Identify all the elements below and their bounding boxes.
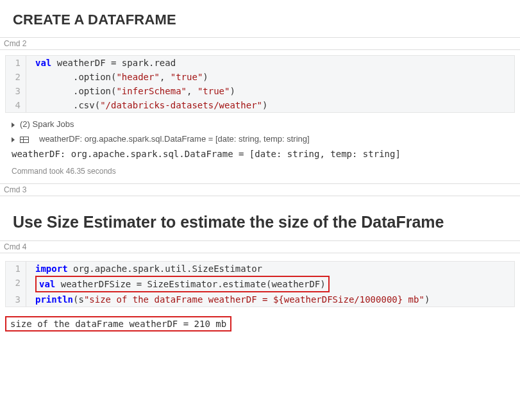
line-number: 1 (6, 262, 26, 276)
spark-jobs-label: (2) Spark Jobs (20, 119, 74, 129)
cmd-4-header: Cmd 4 (0, 240, 520, 253)
line-number: 3 (6, 292, 26, 307)
code-line[interactable]: import org.apache.spark.util.SizeEstimat… (26, 262, 514, 276)
code-line[interactable]: val weatherDFSize = SizeEstimator.estima… (26, 276, 514, 292)
line-number: 2 (6, 70, 26, 84)
code-line[interactable]: .csv("/databricks-datasets/weather") (26, 98, 514, 112)
repl-output: weatherDF: org.apache.spark.sql.DataFram… (5, 146, 515, 162)
schema-text: weatherDF: org.apache.spark.sql.DataFram… (39, 134, 310, 144)
code-row: 1import org.apache.spark.util.SizeEstima… (6, 262, 514, 276)
output-cell-4: size of the dataFrame weatherDF = 210 mb (5, 316, 515, 332)
highlighted-code: val weatherDFSize = SizeEstimator.estima… (35, 276, 330, 292)
code-row: 2 .option("header", "true") (6, 70, 514, 84)
code-line[interactable]: val weatherDF = spark.read (26, 56, 514, 70)
line-number: 1 (6, 56, 26, 70)
output-cell-2: (2) Spark Jobs weatherDF: org.apache.spa… (5, 117, 515, 183)
caret-right-icon (12, 122, 15, 128)
cmd-2-header: Cmd 2 (0, 37, 520, 50)
code-row: 3println(s"size of the dataFrame weather… (6, 292, 514, 307)
line-number: 4 (6, 98, 26, 112)
code-row: 4 .csv("/databricks-datasets/weather") (6, 98, 514, 112)
code-cell-4[interactable]: 1import org.apache.spark.util.SizeEstima… (5, 261, 515, 307)
spark-jobs-toggle[interactable]: (2) Spark Jobs (5, 117, 515, 131)
caret-right-icon (12, 137, 15, 142)
code-line[interactable]: .option("inferSchema", "true") (26, 84, 514, 98)
line-number: 3 (6, 84, 26, 98)
line-number: 2 (6, 276, 26, 292)
code-line[interactable]: .option("header", "true") (26, 70, 514, 84)
heading-create-dataframe: CREATE A DATAFRAME (0, 0, 520, 37)
code-row: 2val weatherDFSize = SizeEstimator.estim… (6, 276, 514, 292)
cmd-3-header: Cmd 3 (0, 183, 520, 196)
schema-toggle[interactable]: weatherDF: org.apache.spark.sql.DataFram… (5, 131, 515, 146)
table-icon (20, 136, 34, 142)
highlighted-output: size of the dataFrame weatherDF = 210 mb (5, 316, 231, 332)
code-cell-2[interactable]: 1val weatherDF = spark.read2 .option("he… (5, 55, 515, 113)
command-timing: Command took 46.35 seconds (5, 162, 515, 183)
heading-size-estimater: Use Size Estimater to estimate the size … (0, 196, 520, 240)
output-text: size of the dataFrame weatherDF = 210 mb (10, 319, 226, 329)
code-row: 3 .option("inferSchema", "true") (6, 84, 514, 98)
code-line[interactable]: println(s"size of the dataFrame weatherD… (26, 292, 514, 307)
code-row: 1val weatherDF = spark.read (6, 56, 514, 70)
